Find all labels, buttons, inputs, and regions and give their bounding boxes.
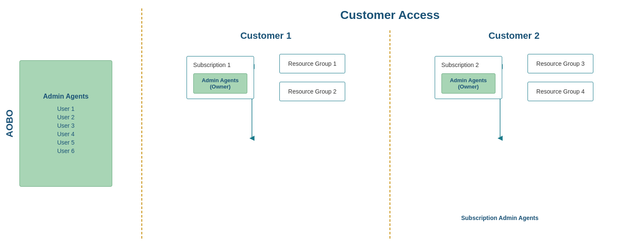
customer-1-title: Customer 1 <box>240 30 291 41</box>
resource-groups-1: Resource Group 1 Resource Group 2 <box>279 54 345 101</box>
user-6: User 6 <box>57 148 74 154</box>
resource-group-4: Resource Group 4 <box>528 82 593 101</box>
user-1: User 1 <box>57 105 74 112</box>
customer-2-column: Customer 2 <box>392 30 636 101</box>
resource-group-3: Resource Group 3 <box>528 54 593 73</box>
resource-group-2: Resource Group 2 <box>279 82 345 101</box>
admin-owner-1-box: Admin Agents(Owner) <box>193 73 247 94</box>
customer-2-title: Customer 2 <box>488 30 539 41</box>
user-3: User 3 <box>57 122 74 129</box>
subscription-2-label: Subscription 2 <box>441 62 495 68</box>
customers-row: Customer 1 <box>144 30 636 239</box>
user-5: User 5 <box>57 139 74 146</box>
subscription-1-box: Subscription 1 Admin Agents(Owner) <box>187 56 254 99</box>
subscription-1-label: Subscription 1 <box>193 62 247 68</box>
user-4: User 4 <box>57 131 74 137</box>
admin-agents-title: Admin Agents <box>43 93 89 100</box>
resource-group-1: Resource Group 1 <box>279 54 345 73</box>
customer-1-column: Customer 1 <box>144 30 387 101</box>
customer-access-section: Customer Access Customer 1 <box>144 8 636 239</box>
customer-access-title: Customer Access <box>144 8 636 22</box>
divider-2 <box>390 30 390 239</box>
admin-agents-box: Admin Agents User 1 User 2 User 3 User 4… <box>19 60 112 187</box>
resource-groups-2: Resource Group 3 Resource Group 4 <box>528 54 593 101</box>
admin-owner-2-box: Admin Agents(Owner) <box>441 73 495 94</box>
divider-1 <box>141 8 142 239</box>
diagram-container: AOBO Admin Agents User 1 User 2 User 3 U… <box>0 0 644 247</box>
subscription-2-box: Subscription 2 Admin Agents(Owner) <box>435 56 502 99</box>
user-2: User 2 <box>57 114 74 121</box>
subscription-admin-agents-label: Subscription Admin Agents <box>461 214 538 222</box>
aobo-section: AOBO Admin Agents User 1 User 2 User 3 U… <box>4 8 139 239</box>
aobo-label: AOBO <box>4 110 15 137</box>
